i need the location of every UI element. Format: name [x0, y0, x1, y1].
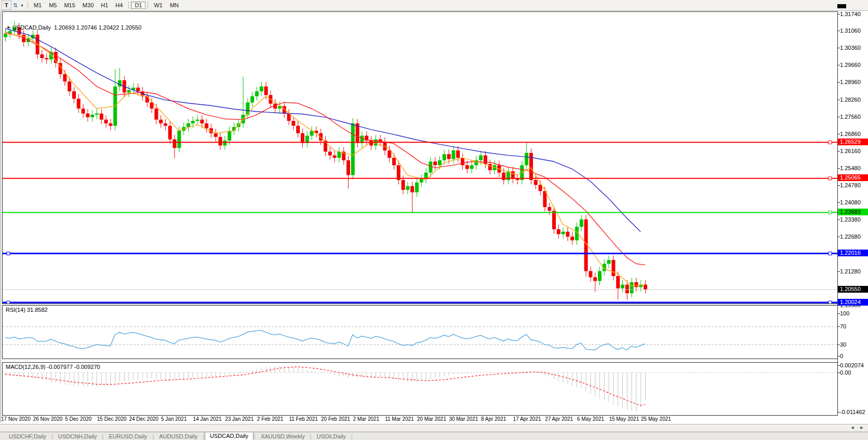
date-tick-label: 27 Apr 2021 [545, 416, 573, 422]
timeframe-button-m5[interactable]: M5 [45, 2, 60, 9]
macd-chart[interactable] [3, 363, 837, 415]
timeframe-button-m30[interactable]: M30 [79, 2, 97, 9]
date-tick-label: 17 Apr 2021 [513, 416, 541, 422]
chart-tab-usdchf[interactable]: USDCHF,Daily [4, 433, 51, 440]
timeframe-button-h1[interactable]: H1 [97, 2, 112, 9]
candles [4, 21, 647, 300]
hline-handle[interactable] [829, 252, 832, 255]
ohlc-high: 1.20746 [76, 24, 97, 31]
date-tick-label: 15 May 2021 [609, 416, 639, 422]
macd-tick-label: 0.00 [840, 369, 868, 376]
date-tick-label: 2 Feb 2021 [257, 416, 284, 422]
date-tick-label: 5 Jan 2021 [161, 416, 187, 422]
ohlc-low: 1.20422 [99, 24, 119, 31]
chart-title: ▼USDCAD,Daily 1.20693 1.20746 1.20422 1.… [6, 24, 141, 31]
hline-handle[interactable] [829, 177, 832, 180]
timeframe-buttons: M1M5M15M30H1H4D1W1MN [30, 2, 182, 9]
price-tick-label: 1.28960 [840, 79, 867, 85]
rsi-tick-label: 70 [840, 323, 867, 329]
date-tick-label: 15 Dec 2020 [97, 416, 127, 422]
price-tick-label: 1.29660 [840, 62, 867, 68]
rsi-tick-label: 30 [840, 341, 867, 348]
price-tick-label: 1.26160 [840, 148, 867, 154]
symbols-icon[interactable]: ⇅ [12, 2, 19, 9]
symbol-period-label: USDCAD,Daily [12, 24, 51, 31]
price-flag-1.20024: 1.20024 [838, 299, 868, 306]
timeframe-button-m15[interactable]: M15 [60, 2, 78, 9]
timeframe-button-w1[interactable]: W1 [150, 2, 166, 9]
price-flag-1.26529: 1.26529 [838, 139, 868, 145]
date-tick-label: 5 Dec 2020 [65, 416, 91, 422]
date-tick-label: 11 Mar 2021 [385, 416, 413, 422]
macd-label: MACD(12,26,9) -0.007977 -0.009270 [6, 364, 100, 370]
date-tick-label: 25 May 2021 [641, 416, 671, 422]
hline-handle[interactable] [829, 301, 832, 304]
date-tick-label: 11 Feb 2021 [289, 416, 317, 422]
price-flag-1.23683: 1.23683 [838, 209, 868, 215]
candlestick-chart[interactable] [3, 12, 837, 304]
hline-handle[interactable] [7, 252, 10, 255]
ohlc-open: 1.20693 [54, 24, 75, 31]
timeframe-button-mn[interactable]: MN [166, 2, 182, 9]
macd-panel[interactable]: MACD(12,26,9) -0.007977 -0.009270 [2, 362, 838, 416]
hline-handle[interactable] [829, 141, 832, 144]
trading-app-window: T ⇅ ▼ M1M5M15M30H1H4D1W1MN ▼USDCAD,Daily… [0, 0, 868, 440]
price-tick-label: 1.24780 [840, 182, 867, 188]
hline-handle[interactable] [7, 301, 10, 304]
rsi-panel[interactable]: RSI(14) 31.8582 [2, 305, 838, 359]
price-tick-label: 1.27560 [840, 114, 867, 120]
chart-tab-usoil[interactable]: USOil,Daily [312, 433, 351, 440]
chart-tab-xauusd[interactable]: XAUUSD,Weekly [256, 433, 310, 440]
chart-tab-usdcad[interactable]: USDCAD,Daily [205, 432, 253, 440]
price-tick-label: 1.28260 [840, 97, 867, 103]
price-tick-label: 1.31060 [840, 28, 867, 34]
date-tick-label: 24 Dec 2020 [129, 416, 158, 422]
date-tick-label: 30 Mar 2021 [449, 416, 478, 422]
price-flag-1.25065: 1.25065 [838, 174, 868, 181]
date-tick-label: 8 Apr 2021 [481, 416, 506, 422]
tab-separator: | [351, 433, 353, 439]
toolbar-separator [148, 2, 148, 9]
price-tick-label: 1.30360 [840, 45, 867, 51]
ohlc-close: 1.20550 [121, 24, 142, 31]
date-tick-label: 23 Jan 2021 [225, 416, 253, 422]
date-tick-label: 6 May 2021 [577, 416, 604, 422]
price-tick-label: 1.26860 [840, 131, 867, 137]
chevron-down-icon[interactable]: ▼ [19, 4, 25, 7]
chart-tab-eurusd[interactable]: EURUSD,Daily [104, 433, 152, 440]
rsi-label: RSI(14) 31.8582 [6, 307, 48, 313]
collapse-triangle-icon[interactable]: ▼ [6, 25, 12, 30]
price-tick-label: 1.22680 [840, 233, 867, 240]
window-left-edge [1, 11, 1, 422]
horizontal-scrollbar[interactable]: ◄ ► [0, 424, 868, 432]
toolbar-separator [128, 2, 129, 9]
ma-fast-line [5, 33, 645, 285]
rsi-tick-label: 100 [840, 310, 867, 317]
macd-histogram [6, 366, 646, 411]
timeframe-button-d1[interactable]: D1 [131, 2, 145, 9]
toolbar: T ⇅ ▼ M1M5M15M30H1H4D1W1MN [0, 0, 868, 11]
date-tick-label: 20 Mar 2021 [417, 416, 446, 422]
text-tool-button[interactable]: T [2, 1, 11, 10]
chart-tab-bar: USDCHF,Daily|USDCNH,Daily|EURUSD,Daily|A… [0, 432, 868, 440]
date-tick-label: 20 Feb 2021 [321, 416, 350, 422]
rsi-tick-label: 0 [840, 353, 867, 359]
price-flag-1.22016: 1.22016 [838, 250, 868, 256]
rsi-line [5, 331, 645, 350]
chart-tab-audusd[interactable]: AUDUSD,Daily [154, 433, 202, 440]
timeframe-button-m1[interactable]: M1 [30, 2, 45, 9]
main-chart-panel[interactable]: ▼USDCAD,Daily 1.20693 1.20746 1.20422 1.… [2, 11, 838, 304]
scroll-left-icon[interactable]: ◄ [849, 425, 856, 430]
hline-handle[interactable] [829, 211, 832, 214]
macd-tick-label: 0.002074 [840, 362, 868, 368]
macd-tick-label: -0.011462 [840, 409, 868, 415]
price-tick-label: 1.24080 [840, 199, 867, 205]
date-tick-label: 17 Nov 2020 [1, 416, 31, 422]
rsi-chart[interactable] [3, 306, 837, 359]
timeframe-button-h4[interactable]: H4 [112, 2, 126, 9]
price-tick-label: 1.25480 [840, 165, 867, 171]
scroll-right-icon[interactable]: ► [858, 425, 865, 430]
chart-tab-usdcnh[interactable]: USDCNH,Daily [54, 433, 102, 440]
price-tick-label: 1.23380 [840, 216, 867, 223]
date-tick-label: 2 Mar 2021 [353, 416, 380, 422]
